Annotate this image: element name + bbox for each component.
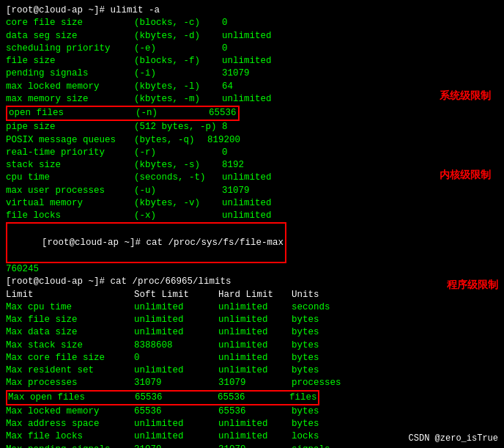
cmd-3-text: cat /proc/66965/limits	[111, 276, 231, 288]
r-psig-limit: Max pending signals	[6, 444, 134, 449]
r-res-units: bytes	[292, 364, 319, 377]
label-core: core file size	[6, 17, 134, 29]
r-fsize-limit: Max file size	[6, 314, 134, 326]
terminal-window: [root@cloud-ap ~]# ulimit -a core file s…	[0, 0, 504, 448]
label-rtprio: real-time priority	[6, 147, 134, 159]
col-units: Units	[292, 289, 319, 301]
row-max-file-size: Max file sizeunlimitedunlimitedbytes	[6, 314, 498, 326]
col-soft: Soft Limit	[134, 289, 218, 301]
line-open-files: open files(-n) 65536	[6, 106, 498, 121]
r-data-hard: unlimited	[218, 326, 292, 339]
r-core-soft: 0	[134, 352, 218, 364]
r-lockedm-limit: Max locked memory	[6, 405, 134, 418]
annotation-process-level: 程序级限制	[447, 279, 498, 292]
line-sched: scheduling priority(-e) 0	[6, 43, 498, 55]
flags-filelocks: (-x)	[134, 210, 222, 222]
label-cputime: cpu time	[6, 172, 134, 184]
val-stack: 8192	[222, 159, 244, 172]
r-psig-hard: 31079	[218, 444, 292, 449]
prompt-1: [root@cloud-ap ~]#	[6, 4, 111, 17]
limits-table-header: LimitSoft LimitHard LimitUnits	[6, 289, 498, 301]
annotation-system-text: 系统级限制	[440, 89, 491, 101]
val-pending: 31079	[222, 67, 250, 80]
flags-maxlocked: (kbytes, -l)	[134, 81, 222, 93]
row-max-stack: Max stack size8388608unlimitedbytes	[6, 339, 498, 352]
r-proc-limit: Max processes	[6, 377, 134, 389]
r-lockedm-soft: 65536	[134, 405, 218, 418]
line-max-locked: max locked memory(kbytes, -l) 64	[6, 81, 498, 93]
r-cpu-hard: unlimited	[218, 301, 292, 314]
r-proc-soft: 31079	[134, 377, 218, 389]
label-maxlocked: max locked memory	[6, 81, 134, 93]
val-filesize: unlimited	[222, 55, 272, 67]
val-virtmem: unlimited	[222, 197, 272, 210]
label-pending: pending signals	[6, 67, 134, 80]
file-max-number: 760245	[6, 263, 39, 276]
r-stack-hard: unlimited	[218, 339, 292, 352]
r-data-units: bytes	[292, 326, 319, 339]
label-sched: scheduling priority	[6, 43, 134, 55]
annotation-process-text: 程序级限制	[447, 279, 498, 290]
val-maxlocked: 64	[222, 81, 233, 93]
r-fsize-soft: unlimited	[134, 314, 218, 326]
col-limit: Limit	[6, 289, 134, 301]
r-psig-soft: 31079	[134, 444, 218, 449]
cmd2-highlighted: [root@cloud-ap ~]# cat /proc/sys/fs/file…	[6, 222, 286, 263]
prompt-3: [root@cloud-ap ~]#	[6, 276, 111, 288]
row-max-locked-mem: Max locked memory6553665536bytes	[6, 405, 498, 418]
label-openfiles: open files	[9, 107, 136, 120]
r-proc-units: processes	[292, 377, 341, 389]
label-virtmem: virtual memory	[6, 197, 134, 210]
prompt-2: [root@cloud-ap ~]#	[42, 238, 147, 248]
flags-filesize: (blocks, -f)	[134, 55, 222, 67]
flags-sched: (-e)	[134, 43, 222, 55]
label-maxuser: max user processes	[6, 185, 134, 197]
command-line-1: [root@cloud-ap ~]# ulimit -a	[6, 4, 498, 17]
label-stack: stack size	[6, 159, 134, 172]
r-cpu-limit: Max cpu time	[6, 301, 134, 314]
line-cpu-time: cpu time(seconds, -t) unlimited	[6, 172, 498, 184]
flags-maxmem: (kbytes, -m)	[134, 93, 222, 106]
line-max-user-procs: max user processes(-u) 31079	[6, 185, 498, 197]
row-max-data: Max data sizeunlimitedunlimitedbytes	[6, 326, 498, 339]
r-core-units: bytes	[292, 352, 319, 364]
flags-core: (blocks, -c)	[134, 17, 222, 29]
flags-virtmem: (kbytes, -v)	[134, 197, 222, 210]
r-stack-soft: 8388608	[134, 339, 218, 352]
r-openf-hard: 65536	[218, 392, 289, 404]
r-res-hard: unlimited	[218, 364, 292, 377]
annotation-kernel-text: 内核级限制	[440, 169, 491, 180]
command-line-3: [root@cloud-ap ~]# cat /proc/66965/limit…	[6, 276, 498, 288]
val-posix: 819200	[207, 134, 240, 147]
label-posix: POSIX message queues	[6, 134, 134, 147]
r-addr-units: bytes	[292, 418, 319, 430]
flags-openfiles: (-n)	[136, 107, 209, 120]
label-maxmem: max memory size	[6, 93, 134, 106]
line-posix: POSIX message queues(bytes, -q) 819200	[6, 134, 498, 147]
annotation-kernel-level: 内核级限制	[440, 169, 491, 182]
line-virtual-mem: virtual memory(kbytes, -v) unlimited	[6, 197, 498, 210]
row-max-core: Max core file size0unlimitedbytes	[6, 352, 498, 364]
line-pipe-size: pipe size(512 bytes, -p) 8	[6, 121, 498, 133]
r-addr-hard: unlimited	[218, 418, 292, 430]
flags-cputime: (seconds, -t)	[134, 172, 222, 184]
flags-rtprio: (-r)	[134, 147, 222, 159]
flags-stack: (kbytes, -s)	[134, 159, 222, 172]
row-max-resident: Max resident setunlimitedunlimitedbytes	[6, 364, 498, 377]
r-core-hard: unlimited	[218, 352, 292, 364]
line-pending-sig: pending signals(-i) 31079	[6, 67, 498, 80]
val-sched: 0	[222, 43, 228, 55]
val-core: 0	[222, 17, 228, 29]
val-openfiles: 65536	[209, 108, 237, 118]
r-lockedm-hard: 65536	[218, 405, 292, 418]
r-data-soft: unlimited	[134, 326, 218, 339]
r-addr-limit: Max address space	[6, 418, 134, 430]
r-cpu-units: seconds	[292, 301, 330, 314]
flags-pipe: (512 bytes, -p)	[134, 121, 222, 133]
r-proc-hard: 31079	[218, 377, 292, 389]
cmd-1-text: ulimit -a	[111, 4, 160, 17]
label-filesize: file size	[6, 55, 134, 67]
line-file-locks: file locks(-x) unlimited	[6, 210, 498, 222]
flags-maxuser: (-u)	[134, 185, 222, 197]
line-file-size: file size(blocks, -f) unlimited	[6, 55, 498, 67]
